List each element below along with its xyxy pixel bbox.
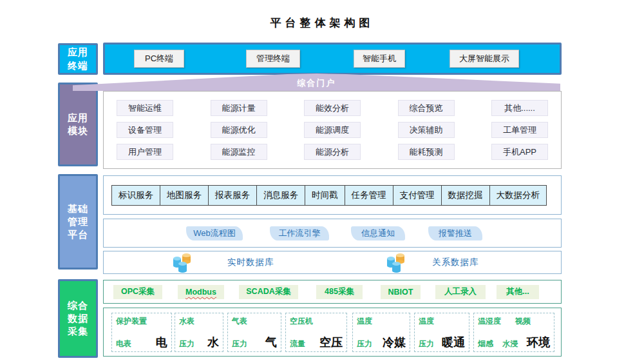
database-cylinders-icon [385,252,410,274]
middleware-workflow-engine[interactable]: 工作流引擎 [270,226,329,240]
terminal-band: PC终端 管理终端 智能手机 大屏智能展示 [103,43,562,75]
module-energy-metering[interactable]: 能源计量 [211,100,267,116]
device-cell-water[interactable]: 水表 压力水 [175,313,223,352]
service-message[interactable]: 消息服务 [256,185,305,206]
device-cell-gas[interactable]: 气表 压力气 [227,313,281,352]
device-cell-environment[interactable]: 温湿度视频 烟感水浸环境 [473,313,554,352]
device-label: 压力 [419,338,434,349]
module-work-order[interactable]: 工单管理 [491,122,548,138]
protocols-box: OPC采集 Modbus SCADA采集 485采集 NBIOT 人工录入 其他… [103,280,562,304]
terminal-big-screen[interactable]: 大屏智能展示 [450,50,519,68]
module-energy-analysis[interactable]: 能源分析 [304,144,361,160]
device-label: 保护装置 [116,316,147,327]
device-category-label: 环境 [527,337,550,348]
realtime-database-label[interactable]: 实时数据库 [227,257,274,268]
device-label: 温湿度 [478,316,501,327]
middleware-web-flowchart[interactable]: Web流程图 [186,226,243,240]
device-category-label: 气 [265,337,277,348]
device-label: 温度 [419,316,434,327]
service-payment-mgmt[interactable]: 支付管理 [393,185,442,206]
device-cell-refrigerant[interactable]: 温度 压力冷媒 [352,313,410,352]
device-cell-hvac[interactable]: 温度 压力暖通 [414,313,469,352]
module-consumption-forecast[interactable]: 能耗预测 [398,144,455,160]
sidebar-item-app-modules: 应用 模块 [58,83,98,166]
device-category-label: 暖通 [442,337,465,348]
device-label: 压力 [357,338,372,349]
middleware-box: Web流程图 工作流引擎 信息通知 报警推送 [103,219,562,248]
protocol-modbus[interactable]: Modbus [178,285,224,299]
protocol-others[interactable]: 其他... [497,285,539,299]
modules-row: 设备管理 能源优化 能源调度 决策辅助 工单管理 [117,122,548,138]
modules-row: 智能运维 能源计量 能效分析 综合预览 其他...... [117,100,548,116]
device-label: 视频 [515,316,531,327]
device-category-label: 空压 [319,337,343,348]
portal-banner: 综合门户 [73,74,560,91]
module-intelligent-ops[interactable]: 智能运维 [117,100,173,116]
service-task-mgmt[interactable]: 任务管理 [345,185,393,206]
device-label: 压力 [179,338,194,349]
sidebar-item-app-terminal: 应用 终端 [58,43,98,75]
terminal-management[interactable]: 管理终端 [246,50,300,68]
module-energy-monitoring[interactable]: 能源监控 [211,144,267,160]
module-overview[interactable]: 综合预览 [398,100,455,116]
protocol-modbus-label: Modbus [185,288,216,297]
module-device-mgmt[interactable]: 设备管理 [117,122,173,138]
services-row: 标识服务 地图服务 报表服务 消息服务 时间戳 任务管理 支付管理 数据挖掘 大… [111,185,547,206]
device-label: 烟感 [478,338,493,349]
device-label: 气表 [232,316,247,327]
protocol-scada[interactable]: SCADA采集 [239,285,298,299]
portal-label: 综合门户 [298,77,336,91]
service-report[interactable]: 报表服务 [208,185,257,206]
middleware-info-notification[interactable]: 信息通知 [351,226,405,240]
database-cylinders-icon [171,252,196,274]
service-big-data[interactable]: 大数据分析 [489,185,547,206]
devices-box: 保护装置 电表电 水表 压力水 气表 压力气 空压机 流量空压 温度 压力冷媒 … [103,308,562,357]
module-user-mgmt[interactable]: 用户管理 [117,144,173,160]
module-efficiency-analysis[interactable]: 能效分析 [304,100,361,116]
relational-database-label[interactable]: 关系数据库 [432,257,479,268]
sidebar-item-base-platform: 基础 管理 平台 [58,174,98,270]
modules-row: 用户管理 能源监控 能源分析 能耗预测 手机APP [117,144,548,160]
device-category-label: 水 [207,337,219,348]
device-label: 压力 [232,338,247,349]
protocol-opc[interactable]: OPC采集 [113,285,162,299]
device-label: 流量 [290,338,305,349]
device-label: 温度 [357,316,372,327]
protocol-nbiot[interactable]: NBIOT [381,285,421,299]
services-box: 标识服务 地图服务 报表服务 消息服务 时间戳 任务管理 支付管理 数据挖掘 大… [103,175,562,215]
terminal-smartphone[interactable]: 智能手机 [354,50,405,68]
architecture-diagram: 平台整体架构图 应用 终端 应用 模块 基础 管理 平台 综合 数据 采集 PC… [0,0,644,363]
device-cell-air-compression[interactable]: 空压机 流量空压 [285,313,347,352]
module-energy-optimization[interactable]: 能源优化 [211,122,267,138]
protocol-manual-entry[interactable]: 人工录入 [435,285,486,299]
terminal-pc[interactable]: PC终端 [134,50,184,68]
databases-box: 实时数据库 关系数据库 [103,251,562,274]
module-energy-dispatch[interactable]: 能源调度 [304,122,361,138]
service-map[interactable]: 地图服务 [160,185,209,206]
device-category-label: 电 [156,337,167,348]
app-modules-box: 智能运维 能源计量 能效分析 综合预览 其他...... 设备管理 能源优化 能… [103,91,562,169]
service-data-mining[interactable]: 数据挖掘 [441,185,490,206]
sidebar-item-data-collection: 综合 数据 采集 [58,279,98,358]
device-label: 空压机 [290,316,313,327]
device-category-label: 冷媒 [383,337,406,348]
device-label: 水浸 [502,338,518,349]
page-title: 平台整体架构图 [0,15,644,30]
device-cell-electricity[interactable]: 保护装置 电表电 [111,313,172,352]
device-label: 水表 [179,316,194,327]
module-decision-support[interactable]: 决策辅助 [398,122,455,138]
middleware-alarm-push[interactable]: 报警推送 [428,226,482,240]
protocol-485[interactable]: 485采集 [316,285,363,299]
module-mobile-app[interactable]: 手机APP [491,144,548,160]
service-timestamp[interactable]: 时间戳 [305,185,345,206]
device-label: 电表 [116,338,131,349]
module-others[interactable]: 其他...... [491,100,548,116]
service-identifier[interactable]: 标识服务 [111,185,160,206]
